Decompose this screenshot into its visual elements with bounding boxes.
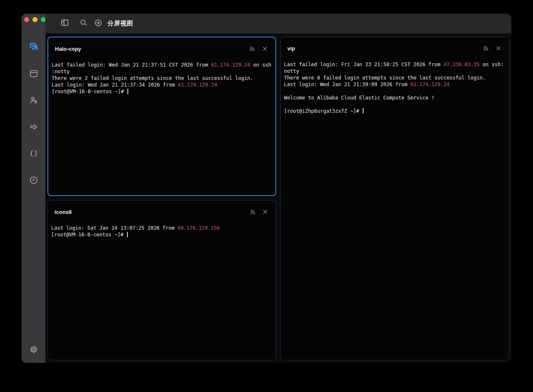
sidebar-item-snippets[interactable] [28, 148, 40, 159]
terminal-line: [root@VM-16-8-centos ~]# [51, 231, 275, 238]
terminal-line: [root@VM-16-8-centos ~]# [52, 88, 274, 95]
sidebar-item-identities[interactable] [28, 94, 40, 106]
sidebar-item-vaults[interactable] [28, 68, 40, 79]
terminal-line: Last login: Wed Jan 21 21:39:09 2026 fro… [284, 81, 508, 88]
close-icon[interactable] [496, 45, 501, 51]
vault-box-icon [29, 69, 39, 79]
terminal-line: Last failed login: Wed Jan 21 21:37:51 C… [52, 62, 274, 68]
terminal-line: There were 6 failed login attempts since… [284, 74, 508, 81]
terminal-line: [root@iZhp6urgat3zxfZ ~]# [284, 108, 508, 114]
close-icon[interactable] [262, 209, 268, 215]
search-button[interactable] [80, 19, 87, 28]
terminal-line: Welcome to Alibaba Cloud Elastic Compute… [284, 94, 508, 101]
terminal-output[interactable]: Last login: Sat Jan 24 13:07:25 2026 fro… [48, 217, 276, 238]
close-icon[interactable] [262, 46, 268, 52]
window-controls [24, 17, 46, 22]
pane-header: icons6 [48, 201, 276, 217]
identities-key-user-icon [29, 95, 39, 105]
terminal-line [284, 88, 508, 94]
pane-title: icons6 [55, 209, 72, 215]
terminal-output[interactable]: Last failed login: Fri Jan 23 21:58:25 C… [281, 54, 509, 114]
broadcast-icon[interactable] [483, 45, 489, 52]
sidebar-toggle-icon [60, 19, 69, 28]
close-window-button[interactable] [24, 17, 29, 22]
sidebar-nav [22, 41, 45, 186]
snippets-braces-icon [29, 149, 39, 159]
minimize-window-button[interactable] [32, 17, 37, 22]
toolbar: 分屏视图 [45, 14, 511, 34]
history-clock-icon [29, 175, 39, 185]
port-forwarding-arrow-icon [29, 122, 39, 132]
pane-header: vip [281, 37, 509, 54]
pane-title: vip [287, 45, 295, 52]
sidebar-item-history[interactable] [28, 174, 40, 186]
terminal-pane-vip: vip Last failed login: Fri Jan 2 [280, 37, 509, 360]
terminal-line: Last failed login: Fri Jan 23 21:58:25 C… [284, 61, 508, 68]
terminal-output[interactable]: Last failed login: Wed Jan 21 21:37:51 C… [48, 54, 275, 95]
add-circle-icon [94, 19, 102, 29]
terminal-line: :notty [52, 68, 274, 75]
search-icon [80, 19, 87, 28]
terminal-sessions-icon [28, 42, 39, 52]
terminal-line [284, 101, 508, 108]
terminal-line: Last login: Sat Jan 24 13:07:25 2026 fro… [51, 225, 275, 231]
terminal-cursor [127, 232, 128, 237]
sidebar [22, 14, 45, 363]
page-title: 分屏视图 [107, 20, 133, 27]
terminal-line: There were 2 failed login attempts since… [52, 75, 274, 82]
app-window: 分屏视图 Halo-copy [22, 14, 511, 363]
settings-gear-icon [29, 345, 39, 355]
terminal-cursor [127, 89, 128, 94]
pane-title: Halo-copy [55, 46, 81, 52]
pane-header: Halo-copy [48, 37, 275, 54]
terminal-cursor [363, 108, 364, 114]
terminal-pane-halo-copy: Halo-copy Last failed login: Wed [47, 37, 276, 196]
terminal-pane-icons6: icons6 Last login: Sat Jan 24 13 [47, 200, 276, 360]
sidebar-toggle-button[interactable] [60, 19, 69, 28]
sidebar-item-port-forwarding[interactable] [28, 121, 40, 133]
broadcast-icon[interactable] [249, 45, 256, 52]
sidebar-item-sessions[interactable] [28, 41, 40, 53]
broadcast-icon[interactable] [249, 208, 256, 215]
terminal-line: notty [284, 68, 508, 74]
terminal-line: Last login: Wed Jan 21 21:37:34 2026 fro… [52, 82, 274, 88]
add-terminal-button[interactable] [94, 19, 102, 29]
sidebar-item-settings[interactable] [28, 344, 40, 355]
